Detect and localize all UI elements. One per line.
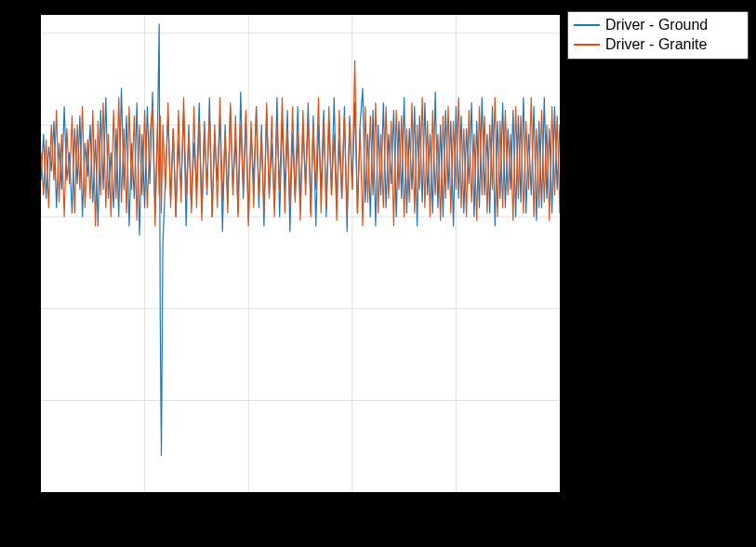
plot-area — [40, 14, 561, 493]
legend-label-ground: Driver - Ground — [605, 16, 708, 35]
plot-svg — [41, 15, 560, 492]
legend-label-granite: Driver - Granite — [605, 35, 707, 55]
legend-entry-granite: Driver - Granite — [574, 35, 742, 55]
legend-swatch-ground — [574, 24, 600, 26]
legend-swatch-granite — [574, 44, 600, 46]
chart-stage: Driver - Ground Driver - Granite — [0, 0, 756, 547]
legend-entry-ground: Driver - Ground — [574, 16, 742, 35]
legend: Driver - Ground Driver - Granite — [567, 11, 749, 60]
